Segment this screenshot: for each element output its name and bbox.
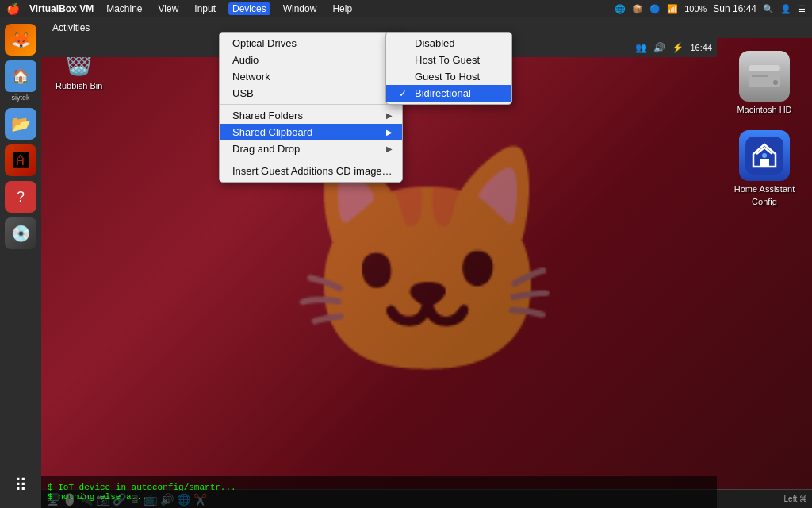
submenu-item-host-to-guest[interactable]: Host To Guest [386, 52, 511, 68]
bin-label: Rubbish Bin [56, 81, 102, 90]
home-assistant-label-line1: Home Assistant [734, 184, 795, 194]
menu-view[interactable]: View [155, 3, 182, 14]
bluetooth-icon[interactable]: 🔵 [649, 4, 661, 14]
mac-topbar-right: 🌐 📦 🔵 📶 100% Sun 16:44 🔍 👤 ☰ [615, 3, 806, 14]
system-time: Sun 16:44 [713, 3, 756, 14]
mac-topbar: 🍎 VirtualBox VM Machine View Input Devic… [0, 0, 812, 17]
menu-input[interactable]: Input [191, 3, 219, 14]
menu-separator-1 [220, 104, 402, 105]
macintosh-hd-icon[interactable]: Macintosh HD [737, 51, 791, 114]
submenu-item-bidirectional[interactable]: ✓ Bidirectional [386, 85, 511, 102]
svg-rect-1 [749, 65, 780, 71]
menu-window[interactable]: Window [280, 3, 320, 14]
sidebar-item-ubuntu-software[interactable]: 🅰 [5, 144, 36, 176]
volume-icon[interactable]: 🔊 [653, 42, 665, 53]
sidebar-item-help[interactable]: ? [5, 181, 36, 213]
user-icon[interactable]: 👤 [780, 4, 791, 14]
app-grid-button[interactable]: ⠿ [5, 470, 36, 502]
submenu-item-disabled[interactable]: Disabled [386, 35, 511, 52]
terminal-output: $ IoT device in autoconfig/smartr... $ n… [41, 476, 717, 508]
menu-help[interactable]: Help [329, 3, 355, 14]
menu-item-shared-clipboard[interactable]: Shared Clipboard ▶ [220, 124, 402, 140]
check-bidirectional: ✓ [399, 88, 410, 99]
svg-point-2 [773, 80, 778, 85]
network-status-icon: 👥 [635, 42, 647, 53]
vm-time: 16:44 [690, 43, 712, 52]
devices-menu: Optical Drives ▶ Audio ▶ Network ▶ USB ▶… [219, 32, 403, 183]
terminal-line-2: $ nothing else a... [48, 492, 710, 502]
menu-item-drag-and-drop[interactable]: Drag and Drop ▶ [220, 140, 402, 157]
svg-point-6 [762, 153, 767, 158]
arrow-icon: ▶ [386, 128, 393, 137]
menu-item-optical-drives[interactable]: Optical Drives ▶ [220, 35, 402, 52]
menu-item-insert-guest-additions[interactable]: Insert Guest Additions CD image… [220, 163, 402, 179]
apple-logo-icon[interactable]: 🍎 [6, 2, 20, 15]
submenu-item-guest-to-host[interactable]: Guest To Host [386, 68, 511, 85]
home-assistant-label-line2: Config [752, 197, 777, 206]
menu-item-audio[interactable]: Audio ▶ [220, 52, 402, 68]
sidebar-item-cd[interactable]: 💿 [5, 217, 36, 249]
svg-rect-3 [752, 75, 768, 77]
menu-devices[interactable]: Devices [228, 2, 270, 15]
sidebar-item-files[interactable]: 📂 [5, 108, 36, 140]
mac-desktop: Macintosh HD Home Assistant Config [717, 35, 812, 508]
app-name: VirtualBox VM [29, 3, 94, 14]
clipboard-submenu: Disabled Host To Guest Guest To Host ✓ B… [385, 32, 512, 105]
sidebar-item-firefox[interactable]: 🦊 [5, 24, 36, 56]
activities-button[interactable]: Activities [48, 22, 94, 33]
menu-item-network[interactable]: Network ▶ [220, 68, 402, 85]
macintosh-hd-label: Macintosh HD [737, 105, 791, 114]
vm-desktop[interactable]: 🐱 [41, 38, 812, 489]
location-icon[interactable]: 🌐 [615, 4, 626, 14]
menu-item-shared-folders[interactable]: Shared Folders ▶ [220, 107, 402, 124]
wifi-icon[interactable]: 📶 [667, 4, 678, 14]
menu-extras-icon[interactable]: ☰ [798, 4, 806, 14]
ubuntu-sidebar: 🦊 🏠 siytek 📂 🅰 ? 💿 ⠿ [0, 17, 41, 508]
menu-separator-2 [220, 160, 402, 160]
macintosh-hd-image [739, 51, 790, 102]
search-icon[interactable]: 🔍 [763, 4, 774, 14]
vm-area: 🦊 🏠 siytek 📂 🅰 ? 💿 ⠿ Activities 👥 🔊 ⚡ 16… [0, 17, 812, 508]
svg-rect-5 [760, 159, 769, 167]
power-icon[interactable]: ⚡ [672, 42, 684, 53]
dropbox-icon[interactable]: 📦 [632, 4, 643, 14]
sidebar-bottom: ⠿ [5, 470, 36, 502]
menu-item-usb[interactable]: USB ▶ [220, 85, 402, 102]
home-assistant-icon[interactable]: Home Assistant Config [734, 130, 795, 206]
mac-topbar-left: 🍎 VirtualBox VM Machine View Input Devic… [6, 2, 355, 15]
arrow-icon: ▶ [386, 144, 393, 153]
home-assistant-image [739, 130, 790, 181]
sidebar-item-siytek[interactable]: 🏠 siytek [5, 60, 36, 102]
menu-machine[interactable]: Machine [103, 3, 145, 14]
battery-indicator: 100% [684, 4, 707, 13]
arrow-icon: ▶ [386, 111, 393, 120]
terminal-line-1: $ IoT device in autoconfig/smartr... [48, 483, 710, 492]
